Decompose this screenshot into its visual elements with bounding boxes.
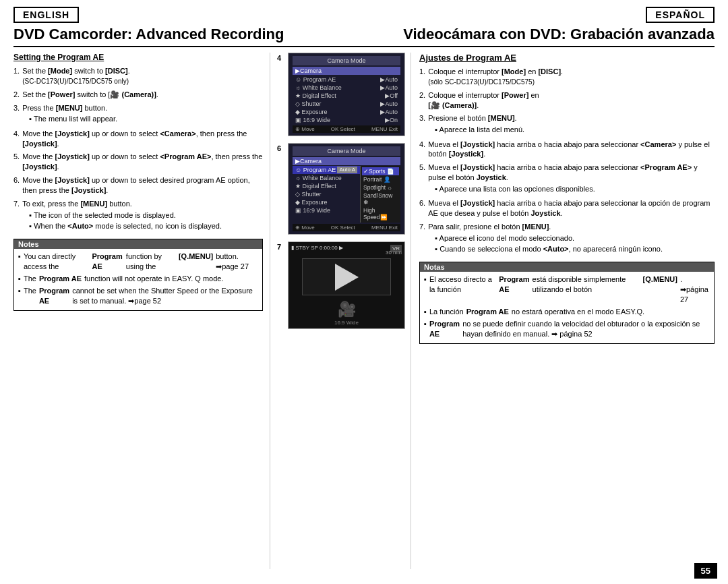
- step-en-2: 2. Set the [Power] switch to [🎥 (Camera)…: [13, 90, 263, 100]
- sub-item-3: Spotlight ☼: [362, 183, 399, 192]
- sub-item-4: Sand/Snow ❅: [362, 192, 399, 206]
- camera-30min: 30 min: [386, 250, 402, 256]
- menu1-item-1: ☺ Program AE▶Auto: [293, 76, 400, 84]
- camera-status: ▮ STBY SP 0:00:00 ▶: [291, 245, 343, 252]
- step-es-3: 3. Presione el botón [MENU]. Aparece la …: [419, 113, 715, 136]
- english-column: Setting the Program AE 1. Set the [Mode]…: [13, 53, 270, 569]
- diagram-6-label: 6: [277, 144, 281, 152]
- page-container: ENGLISH ESPAÑOL DVD Camcorder: Advanced …: [0, 0, 728, 584]
- camera-icon-row: 🎥: [291, 301, 402, 318]
- diagram-7-label: 7: [277, 243, 281, 251]
- menu1-item-3: ★ Digital Effect▶Off: [293, 92, 400, 100]
- step-en-1: 1. Set the [Mode] switch to [DISC]. (SC-…: [13, 66, 263, 86]
- step-en-6: 6. Move the [Joystick] up or down to sel…: [13, 175, 263, 196]
- spanish-badge: ESPAÑOL: [646, 7, 715, 23]
- step-es-2: 2. Coloque el interruptor [Power] en[🎥 (…: [419, 90, 715, 111]
- sub-item-2: Portrait 👤: [362, 175, 399, 183]
- camera-screen: [302, 258, 390, 295]
- main-content: Setting the Program AE 1. Set the [Mode]…: [13, 53, 715, 569]
- header-row: ENGLISH ESPAÑOL: [13, 7, 715, 23]
- menu1-bottom: ⊕ MoveOK SelectMENU Exit: [293, 125, 400, 133]
- note-es-3: Program AE no se puede definir cuando la…: [424, 319, 710, 339]
- menu1-item-5: ◆ Exposure▶Auto: [293, 108, 400, 116]
- diagram-4-label: 4: [277, 54, 281, 62]
- menu2-item-4: ◇ Shutter: [293, 190, 360, 198]
- page-number-badge: 55: [694, 563, 717, 579]
- english-steps: 1. Set the [Mode] switch to [DISC]. (SC-…: [13, 66, 263, 232]
- spanish-column: Ajustes de Program AE 1. Coloque el inte…: [411, 53, 715, 569]
- english-heading: Setting the Program AE: [13, 53, 263, 62]
- note-en-1: You can directly access the Program AE f…: [18, 252, 258, 272]
- step-en-4: 4. Move the [Joystick] up or down to sel…: [13, 129, 263, 149]
- notes-content-es: El acceso directo a la función Program A…: [420, 272, 714, 343]
- notes-title-es: Notas: [420, 262, 714, 272]
- menu1-item-4: ◇ Shutter▶Auto: [293, 100, 400, 108]
- menu2-selected: ▶Camera: [293, 157, 400, 165]
- diagram-4: Camera Mode ▶Camera ☺ Program AE▶Auto ☼ …: [288, 53, 405, 136]
- step-es-6: 6. Mueva el [Joystick] hacia arriba o ha…: [419, 198, 715, 218]
- center-diagrams: 4 Camera Mode ▶Camera ☺ Program AE▶Auto …: [270, 53, 411, 569]
- notes-content-en: You can directly access the Program AE f…: [14, 249, 262, 310]
- title-en: DVD Camcorder: Advanced Recording: [13, 26, 284, 43]
- camera-wide-label: 16:9 Wide: [334, 320, 359, 326]
- menu2-with-sub: ☺ Program AEAuto A ☼ White Balance ★ Dig…: [293, 166, 400, 223]
- diagram-6: Camera Mode ▶Camera ☺ Program AEAuto A ☼…: [288, 143, 405, 235]
- menu1-item-2: ☼ White Balance▶Auto: [293, 84, 400, 92]
- title-row: DVD Camcorder: Advanced Recording Videoc…: [13, 26, 715, 47]
- menu2-item-1: ☺ Program AEAuto A: [293, 166, 360, 174]
- note-es-1: El acceso directo a la función Program A…: [424, 274, 710, 305]
- menu1-item-6: ▣ 16:9 Wide▶On: [293, 116, 400, 124]
- notes-title-en: Notes: [14, 239, 262, 249]
- spanish-steps: 1. Coloque el interruptor [Mode] en [DIS…: [419, 67, 715, 255]
- step-en-3: 3. Press the [MENU] button. The menu lis…: [13, 103, 263, 125]
- english-badge: ENGLISH: [13, 7, 79, 23]
- play-triangle-icon: [335, 264, 359, 291]
- step-en-7: 7. To exit, press the [MENU] button. The…: [13, 199, 263, 232]
- diagram-7-wrapper: 7 ▮ STBY SP 0:00:00 ▶ VR 30 min 🎥 16:9 W…: [288, 241, 405, 329]
- menu2-item-2: ☼ White Balance: [293, 174, 360, 182]
- step-es-4: 4. Mueva el [Joystick] hacia arriba o ha…: [419, 140, 715, 160]
- menu2-item-5: ◆ Exposure: [293, 198, 360, 206]
- title-es: Videocámara con DVD: Grabación avanzada: [403, 26, 715, 43]
- menu1-selected: ▶Camera: [293, 67, 400, 75]
- menu2-item-3: ★ Digital Effect: [293, 182, 360, 190]
- step-es-5: 5. Mueva el [Joystick] hacia arriba o ha…: [419, 163, 715, 195]
- menu1-title: Camera Mode: [293, 56, 400, 65]
- menu2-bottom: ⊕ MoveOK SelectMENU Exit: [293, 224, 400, 231]
- step-en-5: 5. Move the [Joystick] up or down to sel…: [13, 152, 263, 172]
- menu2-title: Camera Mode: [293, 146, 400, 156]
- submenu-col: ✓Sports 📄 Portrait 👤 Spotlight ☼ Sand/Sn…: [360, 166, 400, 223]
- notes-box-es: Notas El acceso directo a la función Pro…: [419, 262, 715, 344]
- sub-item-1: ✓Sports 📄: [362, 167, 399, 175]
- diagram-6-wrapper: 6 Camera Mode ▶Camera ☺ Program AEAuto A…: [288, 143, 405, 235]
- camcorder-body-icon: 🎥: [338, 301, 356, 318]
- diagram-4-wrapper: 4 Camera Mode ▶Camera ☺ Program AE▶Auto …: [288, 53, 405, 136]
- notes-box-en: Notes You can directly access the Progra…: [13, 239, 263, 311]
- spanish-heading: Ajustes de Program AE: [419, 53, 715, 63]
- menu2-item-6: ▣ 16:9 Wide: [293, 206, 360, 214]
- sub-item-5: High Speed⏩: [362, 206, 399, 221]
- step-es-7: 7. Para salir, presione el botón [MENU].…: [419, 222, 715, 255]
- note-en-3: The Program AE cannot be set when the Sh…: [18, 286, 258, 306]
- note-en-2: The Program AE function will not operate…: [18, 274, 258, 284]
- step-es-1: 1. Coloque el interruptor [Mode] en [DIS…: [419, 67, 715, 87]
- diagram-7: ▮ STBY SP 0:00:00 ▶ VR 30 min 🎥 16:9 Wid…: [288, 241, 405, 329]
- note-es-2: La función Program AE no estará operativ…: [424, 307, 710, 317]
